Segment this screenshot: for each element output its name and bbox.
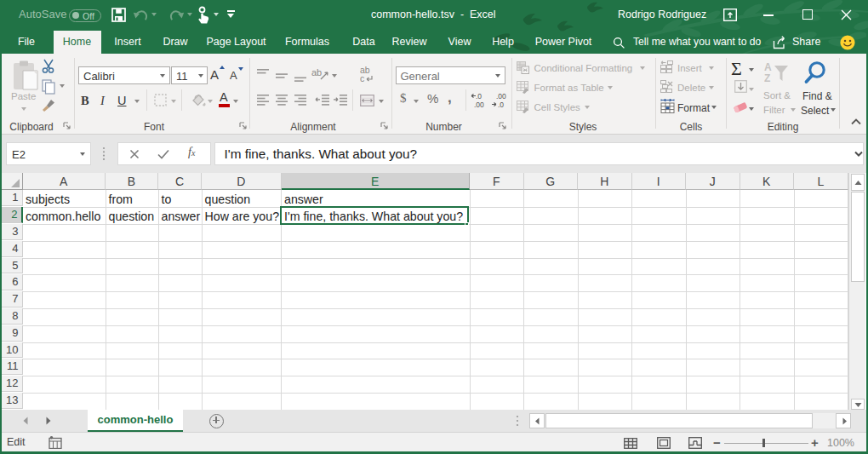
svg-text:.00: .00 xyxy=(474,101,484,109)
svg-text:.00: .00 xyxy=(496,92,506,101)
svg-text:ab: ab xyxy=(311,67,322,78)
svg-text:Z: Z xyxy=(764,72,770,84)
svg-text:.0: .0 xyxy=(476,92,482,101)
svg-text:.0: .0 xyxy=(498,101,504,109)
svg-text:c: c xyxy=(360,73,364,83)
svg-text:A: A xyxy=(764,61,772,73)
